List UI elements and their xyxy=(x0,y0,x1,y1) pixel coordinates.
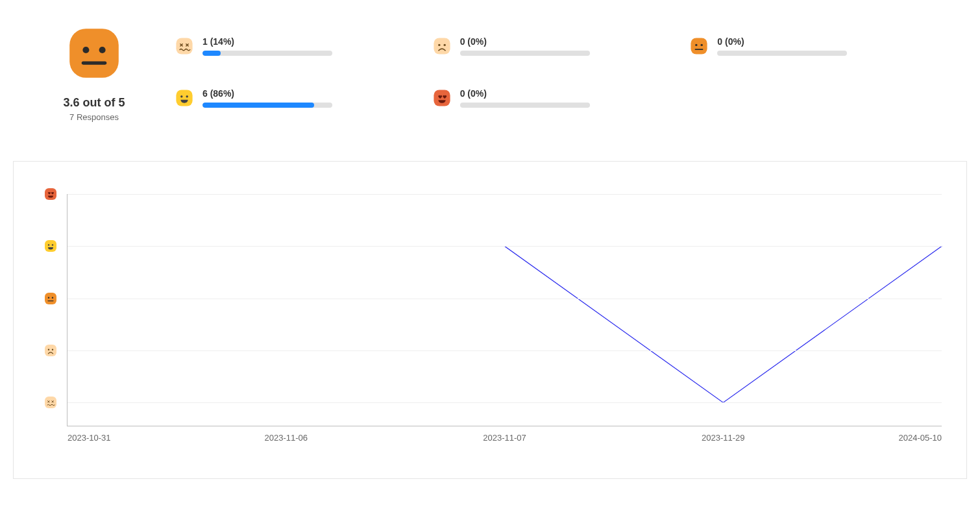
x-tick: 2023-10-31 xyxy=(67,433,111,443)
svg-rect-24 xyxy=(45,293,56,304)
svg-point-26 xyxy=(52,297,53,298)
gridline xyxy=(67,350,942,351)
svg-rect-4 xyxy=(176,38,192,54)
svg-point-11 xyxy=(443,44,445,46)
responses-text: 7 Responses xyxy=(39,112,149,122)
svg-point-10 xyxy=(438,44,440,46)
dist-bar xyxy=(202,51,332,56)
dist-bar xyxy=(460,103,590,108)
svg-point-23 xyxy=(52,245,53,246)
dist-label: 0 (0%) xyxy=(460,36,671,47)
series-line xyxy=(67,194,942,426)
sad-icon xyxy=(433,37,451,55)
svg-point-18 xyxy=(186,95,188,97)
svg-point-29 xyxy=(48,349,49,350)
svg-point-30 xyxy=(52,349,53,350)
svg-rect-9 xyxy=(434,38,450,54)
svg-point-13 xyxy=(695,44,697,46)
y-tick-dead-icon xyxy=(42,396,60,409)
svg-point-17 xyxy=(180,95,182,97)
x-tick: 2023-11-29 xyxy=(702,433,745,443)
dist-item-neutral: 0 (0%) xyxy=(690,36,928,56)
dist-label: 0 (0%) xyxy=(717,36,928,47)
happy-icon xyxy=(175,89,193,107)
svg-rect-21 xyxy=(45,240,56,252)
dist-label: 1 (14%) xyxy=(202,36,413,47)
svg-rect-20 xyxy=(45,188,56,200)
gridline xyxy=(67,246,942,247)
summary-row: 3.6 out of 5 7 Responses 1 (14%) 0 (0%) xyxy=(13,13,967,122)
timeline-chart: 2023-10-312023-11-062023-11-072023-11-29… xyxy=(13,161,967,479)
x-tick: 2024-05-10 xyxy=(899,433,942,443)
dist-item-love: 0 (0%) xyxy=(433,88,671,108)
dist-bar xyxy=(460,51,590,56)
dist-bar xyxy=(717,51,847,56)
y-tick-happy-icon xyxy=(42,239,60,252)
gridline xyxy=(67,402,942,403)
svg-point-25 xyxy=(48,297,49,298)
dead-icon xyxy=(175,37,193,55)
y-tick-neutral-icon xyxy=(42,292,60,305)
x-tick: 2023-11-06 xyxy=(265,433,308,443)
dist-bar xyxy=(202,103,332,108)
dist-item-happy: 6 (86%) xyxy=(175,88,413,108)
svg-point-1 xyxy=(82,47,89,53)
score-text: 3.6 out of 5 xyxy=(39,96,149,110)
gridline xyxy=(67,299,942,299)
y-tick-love-icon xyxy=(42,188,60,201)
love-icon xyxy=(433,89,451,107)
distribution-grid: 1 (14%) 0 (0%) 0 (0%) 6 (8 xyxy=(175,13,967,108)
svg-rect-0 xyxy=(69,29,119,78)
svg-rect-28 xyxy=(45,345,56,356)
svg-point-14 xyxy=(701,44,703,46)
svg-point-2 xyxy=(99,47,106,53)
svg-rect-19 xyxy=(434,90,450,106)
dist-label: 0 (0%) xyxy=(460,88,671,99)
svg-rect-31 xyxy=(45,397,56,408)
neutral-icon xyxy=(690,37,708,55)
svg-rect-16 xyxy=(176,90,192,106)
y-tick-sad-icon xyxy=(42,344,60,357)
plot-area: 2023-10-312023-11-062023-11-072023-11-29… xyxy=(67,194,942,426)
average-emoji xyxy=(67,26,121,80)
dist-label: 6 (86%) xyxy=(202,88,413,99)
x-tick: 2023-11-07 xyxy=(483,433,526,443)
dist-item-sad: 0 (0%) xyxy=(433,36,671,56)
summary-card: 3.6 out of 5 7 Responses xyxy=(13,13,175,122)
gridline xyxy=(67,194,942,195)
svg-point-22 xyxy=(48,245,49,246)
dist-item-dead: 1 (14%) xyxy=(175,36,413,56)
svg-rect-12 xyxy=(691,38,707,54)
